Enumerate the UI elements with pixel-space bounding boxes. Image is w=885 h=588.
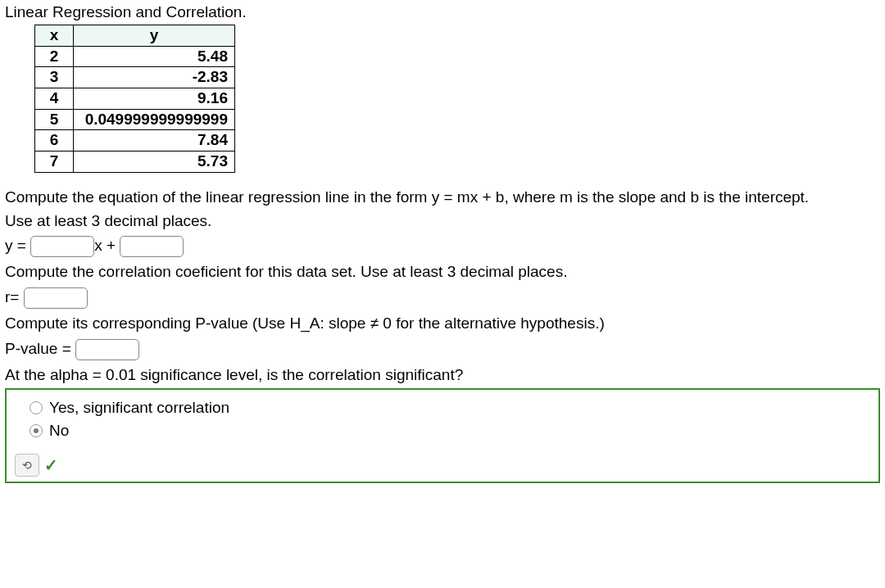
table-row: 5 0.049999999999999 <box>35 109 235 130</box>
table-row: 3 -2.83 <box>35 67 235 88</box>
cell-x: 6 <box>35 130 74 152</box>
table-row: 6 7.84 <box>35 130 235 152</box>
cell-y: 9.16 <box>74 88 235 110</box>
cell-y: 5.73 <box>74 152 235 173</box>
r-equals-label: r= <box>5 288 19 305</box>
cell-y: 0.049999999999999 <box>74 109 235 130</box>
option-no-label: No <box>49 422 69 440</box>
correlation-instruction: Compute the correlation coeficient for t… <box>5 262 880 283</box>
pvalue-instruction: Compute its corresponding P-value (Use H… <box>5 314 880 334</box>
col-header-x: x <box>35 25 74 47</box>
cell-x: 4 <box>35 88 74 110</box>
retry-button[interactable]: ⟲ <box>15 454 39 477</box>
significance-question: At the alpha = 0.01 significance level, … <box>5 365 880 386</box>
col-header-y: y <box>74 25 235 47</box>
cell-y: 7.84 <box>74 130 235 152</box>
option-no[interactable]: No <box>15 419 870 442</box>
table-row: 7 5.73 <box>35 152 235 173</box>
cell-y: 5.48 <box>74 46 235 67</box>
equation-instruction: Compute the equation of the linear regre… <box>5 188 880 208</box>
option-yes-label: Yes, significant correlation <box>49 399 229 417</box>
radio-icon[interactable] <box>30 401 43 414</box>
option-yes[interactable]: Yes, significant correlation <box>15 396 870 419</box>
pvalue-equals-label: P-value = <box>5 340 71 357</box>
decimals-instruction: Use at least 3 decimal places. <box>5 211 880 232</box>
retry-icon: ⟲ <box>22 459 32 472</box>
r-input[interactable] <box>24 287 88 309</box>
slope-input[interactable] <box>30 236 94 257</box>
pvalue-input[interactable] <box>75 339 139 360</box>
x-plus-label: x + <box>94 237 116 254</box>
table-row: 4 9.16 <box>35 88 235 110</box>
radio-icon[interactable] <box>30 424 43 437</box>
cell-x: 7 <box>35 152 74 173</box>
data-table: x y 2 5.48 3 -2.83 4 9.16 5 0.0499999999… <box>34 25 235 173</box>
y-equals-label: y = <box>5 237 26 254</box>
table-row: 2 5.48 <box>35 46 235 67</box>
answer-group: Yes, significant correlation No ⟲ ✓ <box>5 388 880 483</box>
cell-x: 2 <box>35 46 74 67</box>
cell-x: 5 <box>35 109 74 130</box>
correct-check-icon: ✓ <box>44 455 58 475</box>
cell-x: 3 <box>35 67 74 88</box>
page-title: Linear Regression and Correlation. <box>5 3 880 21</box>
cell-y: -2.83 <box>74 67 235 88</box>
intercept-input[interactable] <box>120 236 184 257</box>
